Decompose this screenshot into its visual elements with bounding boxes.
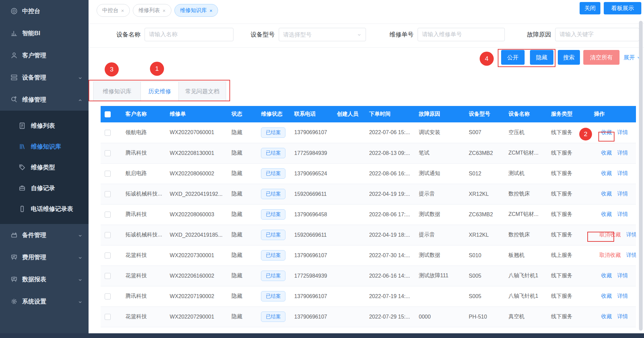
row-checkbox[interactable]: [105, 314, 111, 320]
favorite-link[interactable]: 收藏: [601, 211, 612, 217]
sidebar-item-devices[interactable]: 设备管理: [0, 66, 89, 89]
detail-link[interactable]: 详情: [626, 232, 636, 237]
tag-chip-knowledge-base[interactable]: 维修知识库 ×: [174, 4, 218, 17]
app-window: 中控台 智能BI 客户管理 设备管理 维修管理 维修列表: [0, 0, 644, 338]
cell-time: 2022-06-16 14:...: [365, 266, 415, 286]
presentation-chart-icon: [10, 276, 18, 283]
search-button[interactable]: 搜索: [558, 50, 580, 65]
close-button[interactable]: 关闭: [580, 2, 600, 14]
vertical-scrollbar[interactable]: [639, 21, 643, 331]
close-icon[interactable]: ×: [121, 8, 124, 13]
device-name-input[interactable]: [145, 28, 233, 41]
bottom-bar: [0, 333, 644, 338]
server-icon: [10, 74, 18, 81]
cell-creator: [333, 306, 365, 327]
detail-link[interactable]: 详情: [617, 273, 628, 278]
sidebar-item-repair-list[interactable]: 维修列表: [0, 115, 89, 136]
row-checkbox[interactable]: [105, 130, 111, 136]
detail-link[interactable]: 详情: [617, 191, 628, 196]
sidebar-item-customers[interactable]: 客户管理: [0, 44, 89, 66]
books-icon: [18, 143, 26, 150]
row-checkbox-cell: [101, 306, 121, 327]
detail-link[interactable]: 详情: [617, 293, 628, 299]
cell-actions: 收藏详情: [590, 143, 636, 163]
board-display-button[interactable]: 看板展示: [604, 2, 641, 14]
phone-icon: [18, 205, 26, 213]
detail-link[interactable]: 详情: [626, 252, 636, 258]
cell-fault: 提示音: [415, 225, 465, 245]
detail-link[interactable]: 详情: [617, 314, 628, 319]
cell-phone: 13790696107: [290, 245, 333, 266]
sidebar-item-knowledge-base[interactable]: 维修知识库: [0, 136, 89, 157]
row-checkbox[interactable]: [105, 191, 111, 197]
select-all-checkbox[interactable]: [105, 111, 111, 117]
sidebar-item-self-repair[interactable]: 自修记录: [0, 178, 89, 199]
favorite-link[interactable]: 收藏: [601, 191, 612, 196]
detail-link[interactable]: 详情: [617, 129, 628, 135]
row-checkbox[interactable]: [105, 150, 111, 156]
col-actions: 操作: [590, 106, 636, 122]
row-checkbox-cell: [101, 143, 121, 163]
sidebar: 中控台 智能BI 客户管理 设备管理 维修管理 维修列表: [0, 0, 89, 338]
cell-device: 八轴飞针机1: [504, 286, 547, 306]
tag-label: 中控台: [102, 7, 118, 14]
detail-link[interactable]: 详情: [617, 211, 628, 217]
close-icon[interactable]: ×: [163, 8, 166, 13]
sidebar-item-label: 客户管理: [22, 51, 46, 59]
cancel-favorite-link[interactable]: 取消收藏: [599, 252, 621, 258]
cell-device: ZCMT铝材...: [504, 143, 547, 163]
row-checkbox[interactable]: [105, 232, 111, 238]
row-checkbox[interactable]: [105, 171, 111, 177]
cell-fault: [415, 286, 465, 306]
cell-phone: 13790696107: [290, 122, 333, 143]
row-checkbox-cell: [101, 163, 121, 184]
cell-customer: 航启电路: [121, 163, 166, 184]
fault-reason-field: 故障原因: [527, 28, 639, 41]
favorite-link[interactable]: 收藏: [601, 170, 612, 176]
sidebar-item-repair-mgmt[interactable]: 维修管理: [0, 89, 89, 111]
open-page-tags: 中控台 × 维修列表 × 维修知识库 ×: [97, 4, 218, 17]
tag-chip-console[interactable]: 中控台 ×: [97, 4, 130, 17]
sidebar-item-spare-parts[interactable]: 备件管理: [0, 224, 89, 246]
sidebar-item-bi[interactable]: 智能BI: [0, 22, 89, 44]
annotation-box-tabs: [89, 80, 230, 101]
favorite-link[interactable]: 收藏: [601, 273, 612, 278]
table-row: 拓诚机械科技...WXD_20220419185...隐藏已结案15920669…: [101, 225, 636, 245]
expand-label: 展开: [624, 54, 635, 61]
sidebar-item-repair-type[interactable]: 维修类型: [0, 157, 89, 178]
row-checkbox[interactable]: [105, 212, 111, 218]
detail-link[interactable]: 详情: [617, 170, 628, 176]
cell-status: 隐藏: [227, 204, 257, 225]
repair-order-input[interactable]: [418, 28, 505, 41]
device-model-select[interactable]: 请选择型号: [279, 28, 366, 41]
tag-icon: [18, 164, 26, 171]
cell-time: 2022-04-19 19:...: [365, 184, 415, 204]
table-row: 花篮科技WX202207300001隐藏已结案137906961072022-0…: [101, 245, 636, 266]
row-checkbox[interactable]: [105, 273, 111, 279]
chevron-up-icon: [78, 97, 83, 102]
tag-chip-repair-list[interactable]: 维修列表 ×: [133, 4, 171, 17]
clear-all-button[interactable]: 清空所有: [583, 50, 620, 65]
search-gear-icon: [10, 96, 18, 103]
favorite-link[interactable]: 收藏: [601, 314, 612, 319]
favorite-link[interactable]: 收藏: [601, 150, 612, 156]
sidebar-item-settings[interactable]: 系统设置: [0, 290, 89, 313]
cell-fault: 0000: [415, 306, 465, 327]
cell-fault: 测试数据: [415, 204, 465, 225]
table-row: 腾讯科技WX202208130001隐藏已结案177259849392022-0…: [101, 143, 636, 163]
fault-reason-input[interactable]: [555, 28, 639, 41]
sidebar-item-phone-records[interactable]: 电话维修记录表: [0, 199, 89, 219]
sidebar-item-console[interactable]: 中控台: [0, 0, 89, 22]
table-row: 领航电路WX202207060001隐藏已结案137906961072022-0…: [101, 122, 636, 143]
expand-link[interactable]: 展开: [624, 50, 641, 65]
detail-link[interactable]: 详情: [617, 150, 628, 156]
cell-creator: [333, 225, 365, 245]
row-checkbox[interactable]: [105, 252, 111, 259]
close-icon[interactable]: ×: [210, 8, 213, 13]
favorite-link[interactable]: 收藏: [601, 293, 612, 299]
sidebar-item-reports[interactable]: 数据报表: [0, 268, 89, 290]
row-checkbox[interactable]: [105, 293, 111, 299]
sidebar-item-fees[interactable]: 费用管理: [0, 246, 89, 268]
cell-device: 数控铣床: [504, 225, 547, 245]
divider: [89, 23, 644, 24]
